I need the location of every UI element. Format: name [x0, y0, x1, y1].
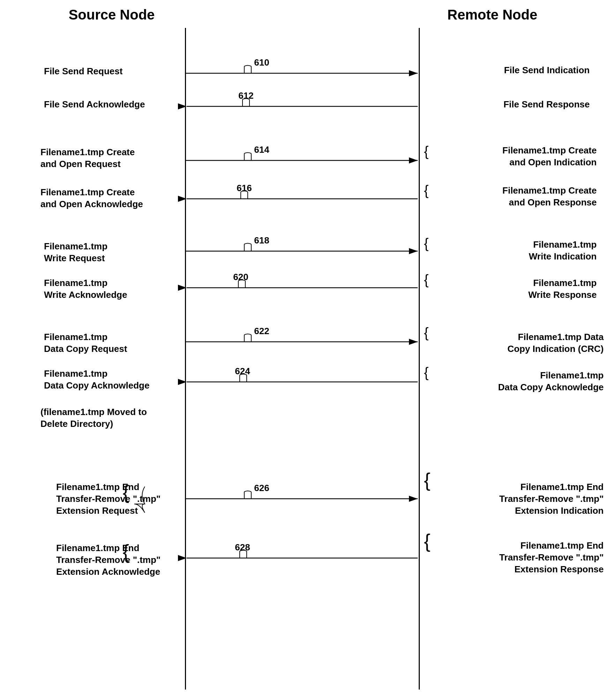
remote-data-copy-ack-label: Filename1.tmpData Copy Acknowledge	[443, 370, 604, 393]
left-vertical-line	[185, 28, 186, 690]
num-620-label: 620	[227, 271, 255, 283]
remote-write-resp-label: Filename1.tmpWrite Response	[443, 277, 597, 301]
source-create-open-ack-label: Filename1.tmp Createand Open Acknowledge	[40, 187, 191, 210]
remote-create-open-ind-label: Filename1.tmp Createand Open Indication	[443, 145, 597, 168]
remote-file-send-resp-label: File Send Response	[429, 99, 590, 111]
num-628-label: 628	[229, 542, 256, 554]
remote-write-ind-label: Filename1.tmpWrite Indication	[443, 239, 597, 263]
remote-node-header: Remote Node	[409, 7, 576, 23]
source-end-transfer-req-label: Filename1.tmp EndTransfer-Remove ".tmp"E…	[56, 481, 185, 517]
source-data-copy-req-label: Filename1.tmpData Copy Request	[44, 331, 191, 355]
diagram-container: Source Node Remote Node	[0, 0, 604, 700]
num-610-label: 610	[248, 57, 276, 69]
num-624-label: 624	[229, 366, 256, 377]
remote-file-send-ind-label: File Send Indication	[429, 65, 590, 76]
source-create-open-req-label: Filename1.tmp Createand Open Request	[40, 146, 191, 170]
num-622-label: 622	[248, 325, 276, 337]
svg-text:{: {	[424, 530, 430, 552]
num-626-label: 626	[248, 482, 276, 494]
remote-end-transfer-ind-label: Filename1.tmp EndTransfer-Remove ".tmp"E…	[443, 481, 604, 517]
num-612-label: 612	[232, 90, 260, 102]
svg-text:{: {	[424, 236, 428, 251]
remote-data-copy-ind-label: Filename1.tmp DataCopy Indication (CRC)	[443, 331, 604, 355]
remote-end-transfer-resp-label: Filename1.tmp EndTransfer-Remove ".tmp"E…	[443, 540, 604, 575]
svg-text:{: {	[424, 272, 428, 287]
source-end-transfer-ack-label: Filename1.tmp EndTransfer-Remove ".tmp"E…	[56, 542, 185, 578]
source-write-req-label: Filename1.tmpWrite Request	[44, 241, 191, 264]
svg-text:{: {	[424, 183, 428, 198]
right-vertical-line	[419, 28, 420, 690]
num-618-label: 618	[248, 235, 276, 247]
source-file-send-request-label: File Send Request	[44, 66, 191, 77]
num-616-label: 616	[230, 182, 258, 194]
svg-text:{: {	[424, 469, 430, 491]
source-write-ack-label: Filename1.tmpWrite Acknowledge	[44, 277, 191, 301]
svg-text:{: {	[424, 144, 428, 159]
remote-create-open-resp-label: Filename1.tmp Createand Open Response	[443, 185, 597, 209]
source-moved-label: (filename1.tmp Moved toDelete Directory)	[40, 406, 191, 430]
num-614-label: 614	[248, 144, 276, 156]
svg-text:{: {	[424, 325, 428, 340]
svg-text:{: {	[424, 365, 428, 380]
source-data-copy-ack-label: Filename1.tmpData Copy Acknowledge	[44, 368, 191, 392]
source-file-send-ack-label: File Send Acknowledge	[44, 99, 191, 111]
source-node-header: Source Node	[28, 7, 195, 23]
